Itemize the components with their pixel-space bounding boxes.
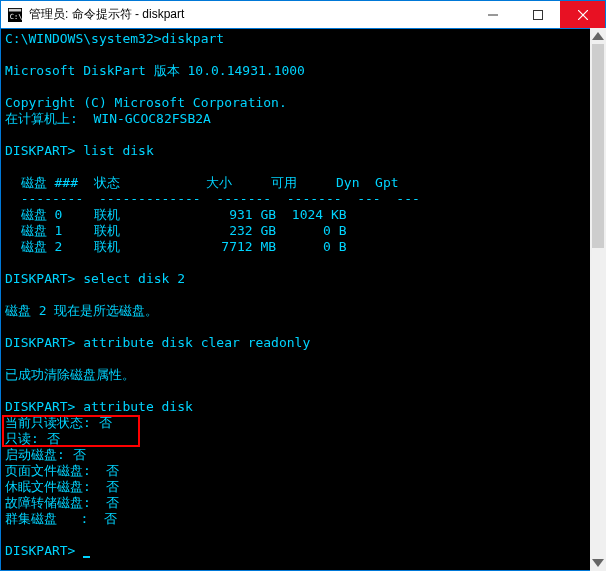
titlebar[interactable]: C:\ 管理员: 命令提示符 - diskpart [1, 1, 605, 29]
terminal-line: Microsoft DiskPart 版本 10.0.14931.1000 [5, 63, 601, 79]
terminal-line: 只读: 否 [5, 431, 601, 447]
terminal-line [5, 127, 601, 143]
terminal-line: DISKPART> attribute disk clear readonly [5, 335, 601, 351]
terminal-line [5, 79, 601, 95]
terminal-line: 磁盘 1 联机 232 GB 0 B [5, 223, 601, 239]
terminal-line: 启动磁盘: 否 [5, 447, 601, 463]
terminal-line: 磁盘 2 联机 7712 MB 0 B [5, 239, 601, 255]
terminal-line: 群集磁盘 : 否 [5, 511, 601, 527]
scroll-up-button[interactable] [590, 28, 606, 44]
close-button[interactable] [560, 1, 605, 28]
terminal-line: 页面文件磁盘: 否 [5, 463, 601, 479]
terminal-line: 在计算机上: WIN-GCOC82FSB2A [5, 111, 601, 127]
terminal-line [5, 287, 601, 303]
terminal-line: 已成功清除磁盘属性。 [5, 367, 601, 383]
cursor [83, 556, 90, 558]
terminal-line [5, 255, 601, 271]
window-controls [470, 1, 605, 28]
terminal-line [5, 351, 601, 367]
cmd-icon: C:\ [7, 7, 23, 23]
terminal-line: 磁盘 2 现在是所选磁盘。 [5, 303, 601, 319]
terminal-line: DISKPART> attribute disk [5, 399, 601, 415]
terminal-line: DISKPART> [5, 543, 601, 559]
terminal-line: C:\WINDOWS\system32>diskpart [5, 31, 601, 47]
svg-marker-8 [592, 559, 604, 567]
terminal-line: 休眠文件磁盘: 否 [5, 479, 601, 495]
scroll-thumb[interactable] [592, 44, 604, 248]
terminal-line [5, 319, 601, 335]
window-title: 管理员: 命令提示符 - diskpart [29, 6, 470, 23]
terminal-line: 磁盘 0 联机 931 GB 1024 KB [5, 207, 601, 223]
scroll-track[interactable] [590, 44, 606, 555]
terminal-line: -------- ------------- ------- ------- -… [5, 191, 601, 207]
terminal-line [5, 527, 601, 543]
svg-text:C:\: C:\ [10, 12, 22, 20]
minimize-button[interactable] [470, 1, 515, 28]
terminal-line [5, 383, 601, 399]
terminal-line: 磁盘 ### 状态 大小 可用 Dyn Gpt [5, 175, 601, 191]
cmd-window: C:\ 管理员: 命令提示符 - diskpart C:\WINDOWS\sys… [0, 0, 606, 571]
terminal-line [5, 47, 601, 63]
terminal-line: 当前只读状态: 否 [5, 415, 601, 431]
vertical-scrollbar[interactable] [590, 28, 606, 571]
terminal-output[interactable]: C:\WINDOWS\system32>diskpart Microsoft D… [1, 29, 605, 570]
scroll-down-button[interactable] [590, 555, 606, 571]
svg-rect-1 [9, 8, 21, 11]
maximize-button[interactable] [515, 1, 560, 28]
terminal-line: DISKPART> list disk [5, 143, 601, 159]
terminal-line: Copyright (C) Microsoft Corporation. [5, 95, 601, 111]
terminal-line: 故障转储磁盘: 否 [5, 495, 601, 511]
svg-marker-7 [592, 32, 604, 40]
svg-rect-4 [533, 10, 542, 19]
terminal-line: DISKPART> select disk 2 [5, 271, 601, 287]
terminal-line [5, 159, 601, 175]
